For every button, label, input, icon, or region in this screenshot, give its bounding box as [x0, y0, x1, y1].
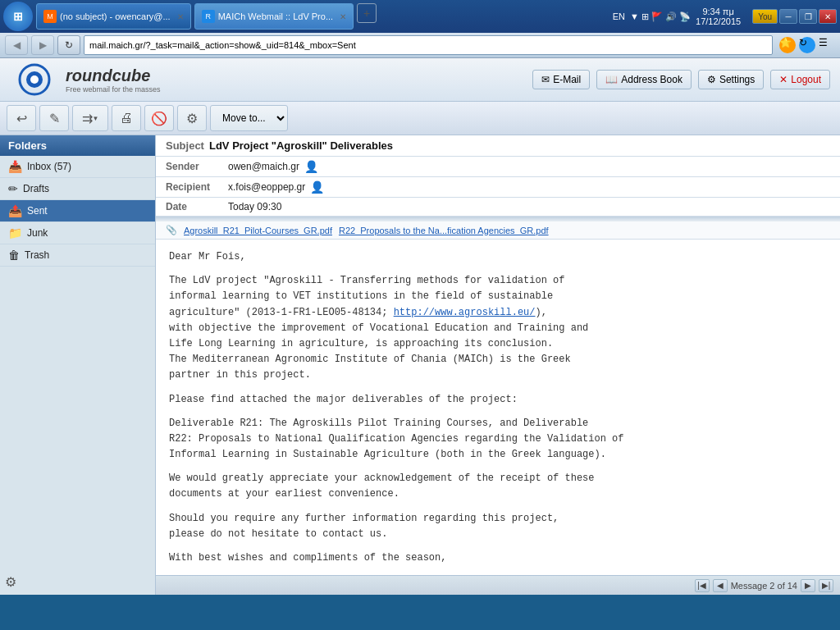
logo-text-area: roundcube Free webmail for the masses — [66, 66, 161, 94]
folders-label: Folders — [8, 139, 47, 152]
minimize-button[interactable]: ─ — [779, 9, 797, 24]
taskbar-app-gmail-label: (no subject) - owencary@... — [60, 11, 171, 21]
attachment-2[interactable]: R22_Proposals to the Na...fication Agenc… — [339, 226, 549, 235]
sidebar: Folders 📥 Inbox (57) ✏ Drafts 📤 Sent 📁 J… — [0, 135, 156, 595]
email-date-row: Date Today 09:30 — [156, 198, 840, 217]
taskbar-app-gmail[interactable]: M (no subject) - owencary@... ✕ — [36, 3, 191, 30]
move-to-select[interactable]: Move to... — [210, 105, 288, 131]
email-subject-row: Subject LdV Project "Agroskill" Delivera… — [156, 135, 840, 157]
gmail-favicon: M — [43, 10, 57, 23]
sidebar-item-inbox[interactable]: 📥 Inbox (57) — [0, 156, 155, 178]
bookmark-icon[interactable]: ⭐ — [779, 37, 796, 53]
svg-point-2 — [30, 75, 39, 84]
reply-button[interactable]: ↩ — [7, 105, 36, 131]
message-navigation: |◀ ◀ Message 2 of 14 ▶ ▶| — [695, 579, 833, 592]
taskbar: ⊞ M (no subject) - owencary@... ✕ R MAIC… — [0, 0, 840, 33]
taskbar-right: EN ▼ ⊞ 🚩 🔊 📡 9:34 πμ 17/12/2015 You ─ ❐ … — [613, 7, 837, 26]
sent-label: Sent — [27, 205, 48, 217]
new-tab-button[interactable]: + — [357, 3, 377, 23]
restore-button[interactable]: ❐ — [799, 9, 817, 24]
print-icon: 🖨 — [120, 111, 133, 126]
browser-chrome: ◀ ▶ ↻ ⭐ ↻ ☰ — [0, 33, 840, 58]
forward-with-arrow-button[interactable]: ⇉ ▼ — [72, 105, 108, 131]
logo-image — [10, 63, 59, 96]
language-indicator: EN — [613, 11, 625, 21]
next-message-button[interactable]: ▶ — [801, 579, 815, 592]
recipient-value: x.fois@eoppep.gr — [228, 181, 305, 193]
sent-icon: 📤 — [8, 204, 22, 217]
taskbar-apps: M (no subject) - owencary@... ✕ R MAICh … — [36, 3, 377, 30]
gear-settings-button[interactable]: ⚙ — [177, 105, 207, 131]
sender-value: owen@maich.gr — [228, 161, 299, 172]
print-button[interactable]: 🖨 — [112, 105, 141, 131]
last-message-button[interactable]: ▶| — [819, 579, 833, 592]
inbox-label: Inbox (57) — [27, 161, 71, 172]
email-nav-icon: ✉ — [541, 74, 550, 85]
close-button[interactable]: ✕ — [819, 9, 837, 24]
email-subject: LdV Project "Agroskill" Deliverables — [209, 139, 393, 152]
message-count: Message 2 of 14 — [731, 581, 797, 591]
reply-icon: ↩ — [16, 111, 27, 126]
email-nav-button[interactable]: ✉ E-Mail — [532, 70, 590, 89]
you-label: You — [758, 12, 772, 21]
browser-action-area: ⭐ ↻ ☰ — [779, 37, 835, 53]
trash-label: Trash — [25, 249, 49, 261]
sidebar-item-trash[interactable]: 🗑 Trash — [0, 244, 155, 267]
body-greeting: Dear Mr Fois, — [169, 249, 827, 265]
delete-icon: 🚫 — [151, 111, 167, 126]
win-controls-taskbar: You ─ ❐ ✕ — [752, 9, 837, 24]
compose-icon: ✎ — [49, 111, 60, 126]
clock: 9:34 πμ 17/12/2015 — [696, 7, 747, 26]
sidebar-item-junk[interactable]: 📁 Junk — [0, 222, 155, 244]
folders-header: Folders — [0, 135, 155, 156]
sender-label: Sender — [166, 161, 223, 172]
junk-icon: 📁 — [8, 226, 22, 240]
sidebar-item-sent[interactable]: 📤 Sent — [0, 200, 155, 222]
inbox-icon: 📥 — [8, 160, 22, 173]
settings-nav-button[interactable]: ⚙ Settings — [698, 70, 764, 89]
address-bar[interactable] — [84, 35, 773, 55]
browser-controls: ◀ ▶ ↻ ⭐ ↻ ☰ — [0, 33, 840, 57]
agroskill-link[interactable]: http://www.agroskill.eu/ — [394, 307, 536, 318]
delete-button[interactable]: 🚫 — [144, 105, 174, 131]
compose-button[interactable]: ✎ — [39, 105, 69, 131]
attachment-1[interactable]: Agroskill_R21_Pilot-Courses_GR.pdf — [184, 226, 332, 235]
sidebar-item-drafts[interactable]: ✏ Drafts — [0, 178, 155, 200]
body-para4: We would greatly appreciate your acknowl… — [169, 471, 827, 502]
address-book-nav-button[interactable]: 📖 Address Book — [596, 70, 692, 89]
refresh-button[interactable]: ↻ — [57, 35, 80, 55]
body-para6: With best wishes and compliments of the … — [169, 550, 827, 566]
sender-contact-icon[interactable]: 👤 — [304, 160, 318, 173]
close-gmail-tab[interactable]: ✕ — [177, 12, 184, 21]
junk-label: Junk — [27, 227, 48, 239]
toolbar: ↩ ✎ ⇉ ▼ 🖨 🚫 ⚙ Move to... — [0, 102, 840, 135]
sync-icon[interactable]: ↻ — [799, 37, 815, 53]
drafts-label: Drafts — [23, 183, 49, 194]
body-para2: Please find attached the major deliverab… — [169, 392, 827, 408]
address-book-label: Address Book — [621, 74, 682, 85]
clock-time: 9:34 πμ — [702, 7, 733, 16]
start-button[interactable]: ⊞ — [3, 2, 33, 31]
drafts-icon: ✏ — [8, 182, 18, 195]
clock-date: 17/12/2015 — [696, 16, 741, 26]
attachments-row: 📎 Agroskill_R21_Pilot-Courses_GR.pdf R22… — [156, 221, 840, 240]
taskbar-app-roundcube[interactable]: R MAICh Webmail :: LdV Pro... ✕ — [194, 3, 354, 30]
body-para1: The LdV project "Agroskill - Transferrin… — [169, 273, 827, 383]
email-body: Dear Mr Fois, The LdV project "Agroskill… — [156, 240, 840, 575]
menu-icon[interactable]: ☰ — [819, 37, 835, 53]
main-content: Folders 📥 Inbox (57) ✏ Drafts 📤 Sent 📁 J… — [0, 135, 840, 595]
back-button[interactable]: ◀ — [5, 35, 28, 55]
first-message-button[interactable]: |◀ — [695, 579, 710, 592]
close-rc-tab[interactable]: ✕ — [340, 12, 346, 21]
you-button[interactable]: You — [752, 9, 778, 24]
sidebar-gear-icon[interactable]: ⚙ — [5, 574, 16, 590]
trash-icon: 🗑 — [8, 249, 20, 262]
prev-message-button[interactable]: ◀ — [713, 579, 728, 592]
app-container: roundcube Free webmail for the masses ✉ … — [0, 58, 840, 595]
attachment-icon: 📎 — [166, 225, 177, 235]
logo-name: roundcube — [66, 66, 161, 85]
app-header: roundcube Free webmail for the masses ✉ … — [0, 58, 840, 102]
recipient-contact-icon[interactable]: 👤 — [310, 180, 324, 194]
forward-button[interactable]: ▶ — [31, 35, 54, 55]
logout-nav-button[interactable]: ✕ Logout — [770, 70, 830, 89]
